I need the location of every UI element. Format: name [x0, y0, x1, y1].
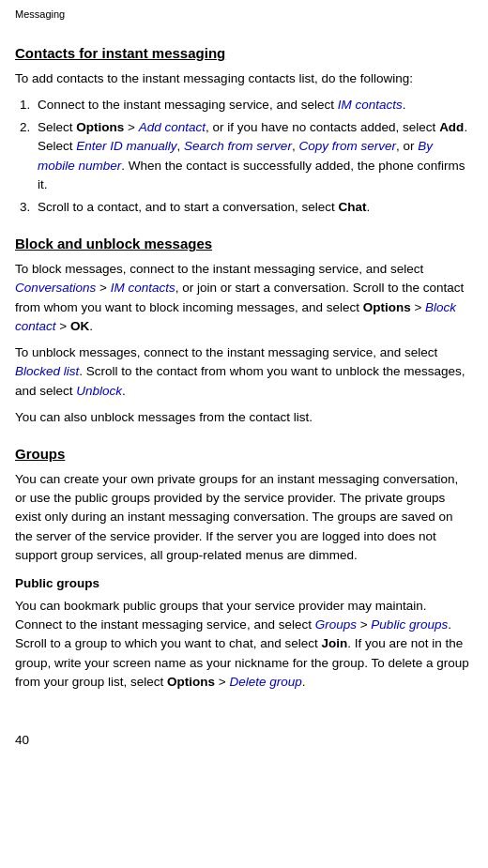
- options-bold2: Options: [363, 300, 411, 314]
- options-bold: Options: [76, 120, 124, 134]
- list-item: Scroll to a contact, and to start a conv…: [34, 198, 473, 217]
- im-contacts-link2: IM contacts: [111, 281, 175, 295]
- block-para1: To block messages, connect to the instan…: [15, 260, 473, 336]
- list-item-text: Select Options > Add contact, or if you …: [38, 120, 467, 191]
- list-item-period: .: [403, 98, 406, 112]
- block-para2: To unblock messages, connect to the inst…: [15, 343, 473, 401]
- block-para3: You can also unblock messages from the c…: [15, 408, 473, 427]
- copy-server-link: Copy from server: [298, 139, 396, 153]
- section-title-groups: Groups: [15, 444, 473, 464]
- delete-group-link: Delete group: [229, 675, 301, 689]
- chat-bold: Chat: [338, 200, 366, 214]
- public-groups-para1: You can bookmark public groups that your…: [15, 597, 473, 692]
- section-title-contacts-im: Contacts for instant messaging: [15, 43, 473, 64]
- section-title-block-unblock: Block and unblock messages: [15, 234, 473, 254]
- conversations-link: Conversations: [15, 281, 96, 295]
- unblock-link: Unblock: [76, 384, 122, 398]
- groups-para1: You can create your own private groups f…: [15, 470, 473, 565]
- contacts-list: Connect to the instant messaging service…: [34, 96, 473, 218]
- section-block-unblock: Block and unblock messages To block mess…: [15, 234, 473, 427]
- header-label: Messaging: [0, 0, 488, 26]
- join-bold: Join: [321, 636, 347, 650]
- section-contacts-im: Contacts for instant messaging To add co…: [15, 43, 473, 218]
- search-server-link: Search from server: [184, 139, 292, 153]
- enter-id-link: Enter ID manually: [76, 139, 176, 153]
- list-item: Select Options > Add contact, or if you …: [34, 118, 473, 194]
- subsection-title-public-groups: Public groups: [15, 574, 473, 593]
- ok-bold: OK: [70, 319, 89, 333]
- add-contact-link: Add contact: [139, 120, 206, 134]
- section-groups: Groups You can create your own private g…: [15, 444, 473, 692]
- list-item-text: Scroll to a contact, and to start a conv…: [38, 200, 370, 214]
- main-content: Contacts for instant messaging To add co…: [0, 26, 488, 723]
- page-header: Messaging: [0, 0, 488, 26]
- list-item-text: Connect to the instant messaging service…: [38, 98, 338, 112]
- blocked-list-link: Blocked list: [15, 364, 79, 378]
- groups-link: Groups: [315, 617, 357, 632]
- im-contacts-link: IM contacts: [338, 98, 403, 112]
- list-item: Connect to the instant messaging service…: [34, 96, 473, 114]
- options-bold3: Options: [167, 675, 215, 689]
- public-groups-link: Public groups: [371, 617, 448, 632]
- add-bold: Add: [439, 120, 464, 134]
- contacts-intro: To add contacts to the instant messaging…: [15, 69, 473, 88]
- page-number: 40: [0, 723, 488, 757]
